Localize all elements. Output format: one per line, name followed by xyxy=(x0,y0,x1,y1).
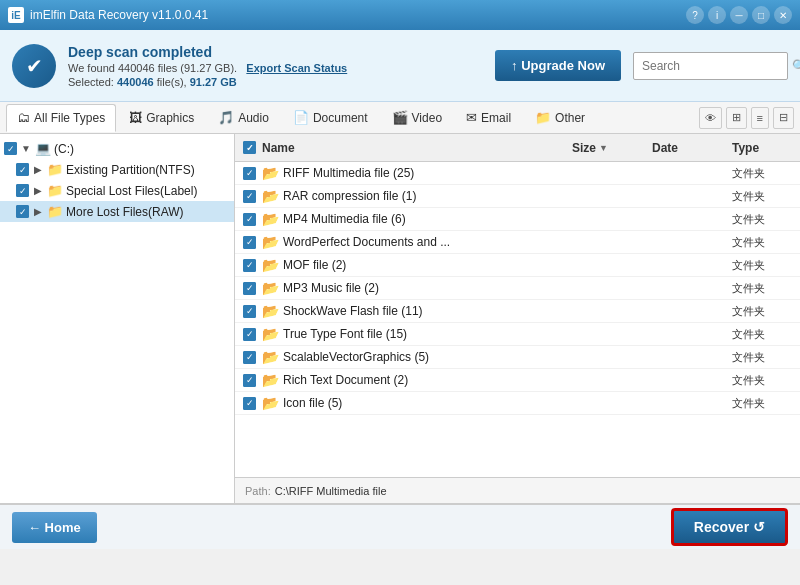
folder-icon-0: 📂 xyxy=(262,165,279,181)
row-type-10: 文件夹 xyxy=(732,396,792,411)
tree-check-more[interactable]: ✓ xyxy=(16,205,29,218)
tab-document-label: Document xyxy=(313,111,368,125)
header-check[interactable]: ✓ xyxy=(243,141,256,154)
titlebar: iE imElfin Data Recovery v11.0.0.41 ? i … xyxy=(0,0,800,30)
recover-button[interactable]: Recover ↺ xyxy=(671,508,788,546)
help-button[interactable]: ? xyxy=(686,6,704,24)
tab-email-label: Email xyxy=(481,111,511,125)
row-type-3: 文件夹 xyxy=(732,235,792,250)
file-row[interactable]: ✓ 📂 MOF file (2) 文件夹 xyxy=(235,254,800,277)
path-bar: Path: C:\RIFF Multimedia file xyxy=(235,477,800,503)
row-type-0: 文件夹 xyxy=(732,166,792,181)
file-row[interactable]: ✓ 📂 ShockWave Flash file (11) 文件夹 xyxy=(235,300,800,323)
row-type-2: 文件夹 xyxy=(732,212,792,227)
tab-video[interactable]: 🎬 Video xyxy=(381,104,453,132)
file-row[interactable]: ✓ 📂 MP3 Music file (2) 文件夹 xyxy=(235,277,800,300)
tree-check-c[interactable]: ✓ xyxy=(4,142,17,155)
tree-item-c-drive[interactable]: ✓ ▼ 💻 (C:) xyxy=(0,138,234,159)
file-row[interactable]: ✓ 📂 True Type Font file (15) 文件夹 xyxy=(235,323,800,346)
drive-icon: 💻 xyxy=(35,141,51,156)
tree-check-special[interactable]: ✓ xyxy=(16,184,29,197)
tab-other[interactable]: 📁 Other xyxy=(524,104,596,132)
row-check-4[interactable]: ✓ xyxy=(243,259,256,272)
tree-expand-special[interactable]: ▶ xyxy=(32,185,44,197)
row-name-8: ScalableVectorGraphics (5) xyxy=(283,350,572,364)
tab-email[interactable]: ✉ Email xyxy=(455,104,522,132)
tree-check-existing[interactable]: ✓ xyxy=(16,163,29,176)
banner-selected: Selected: 440046 file(s), 91.27 GB xyxy=(68,76,483,88)
other-icon: 📁 xyxy=(535,110,551,125)
tab-all-file-types[interactable]: 🗂 All File Types xyxy=(6,104,116,132)
tree-label-special: Special Lost Files(Label) xyxy=(66,184,197,198)
search-icon: 🔍 xyxy=(792,59,800,73)
file-row[interactable]: ✓ 📂 RAR compression file (1) 文件夹 xyxy=(235,185,800,208)
grid-button[interactable]: ⊞ xyxy=(726,107,747,129)
graphics-icon: 🖼 xyxy=(129,110,142,125)
tree-label-c: (C:) xyxy=(54,142,74,156)
row-check-3[interactable]: ✓ xyxy=(243,236,256,249)
tree-expand-c[interactable]: ▼ xyxy=(20,143,32,155)
row-check-5[interactable]: ✓ xyxy=(243,282,256,295)
file-row[interactable]: ✓ 📂 Icon file (5) 文件夹 xyxy=(235,392,800,415)
tree-label-more: More Lost Files(RAW) xyxy=(66,205,184,219)
close-button[interactable]: ✕ xyxy=(774,6,792,24)
folder-icon-5: 📂 xyxy=(262,280,279,296)
row-check-0[interactable]: ✓ xyxy=(243,167,256,180)
tree-item-more-lost[interactable]: ✓ ▶ 📁 More Lost Files(RAW) xyxy=(0,201,234,222)
banner-text: Deep scan completed We found 440046 file… xyxy=(68,44,483,88)
window-controls: ? i ─ □ ✕ xyxy=(686,6,792,24)
row-check-2[interactable]: ✓ xyxy=(243,213,256,226)
document-icon: 📄 xyxy=(293,110,309,125)
file-row[interactable]: ✓ 📂 MP4 Multimedia file (6) 文件夹 xyxy=(235,208,800,231)
row-check-9[interactable]: ✓ xyxy=(243,374,256,387)
row-type-4: 文件夹 xyxy=(732,258,792,273)
tree-expand-existing[interactable]: ▶ xyxy=(32,164,44,176)
tab-graphics[interactable]: 🖼 Graphics xyxy=(118,104,205,132)
row-name-3: WordPerfect Documents and ... xyxy=(283,235,572,249)
file-row[interactable]: ✓ 📂 WordPerfect Documents and ... 文件夹 xyxy=(235,231,800,254)
tree-panel: ✓ ▼ 💻 (C:) ✓ ▶ 📁 Existing Partition(NTFS… xyxy=(0,134,235,503)
file-list: ✓ 📂 RIFF Multimedia file (25) 文件夹 ✓ 📂 RA… xyxy=(235,162,800,477)
tab-graphics-label: Graphics xyxy=(146,111,194,125)
sort-size-arrow[interactable]: ▼ xyxy=(599,143,608,153)
tree-item-existing-partition[interactable]: ✓ ▶ 📁 Existing Partition(NTFS) xyxy=(0,159,234,180)
info-button[interactable]: i xyxy=(708,6,726,24)
row-check-6[interactable]: ✓ xyxy=(243,305,256,318)
special-icon: 📁 xyxy=(47,183,63,198)
row-type-7: 文件夹 xyxy=(732,327,792,342)
path-value: C:\RIFF Multimedia file xyxy=(275,485,387,497)
filter-button[interactable]: ⊟ xyxy=(773,107,794,129)
home-button[interactable]: ← Home xyxy=(12,512,97,543)
upgrade-button[interactable]: ↑ Upgrade Now xyxy=(495,50,621,81)
tabbar: 🗂 All File Types 🖼 Graphics 🎵 Audio 📄 Do… xyxy=(0,102,800,134)
banner: ✔ Deep scan completed We found 440046 fi… xyxy=(0,30,800,102)
row-check-10[interactable]: ✓ xyxy=(243,397,256,410)
export-scan-link[interactable]: Export Scan Status xyxy=(246,62,347,74)
file-row[interactable]: ✓ 📂 ScalableVectorGraphics (5) 文件夹 xyxy=(235,346,800,369)
search-input[interactable] xyxy=(642,59,792,73)
row-check-7[interactable]: ✓ xyxy=(243,328,256,341)
folder-icon-1: 📂 xyxy=(262,188,279,204)
scan-complete-icon: ✔ xyxy=(12,44,56,88)
search-box[interactable]: 🔍 xyxy=(633,52,788,80)
folder-icon-7: 📂 xyxy=(262,326,279,342)
maximize-button[interactable]: □ xyxy=(752,6,770,24)
tree-expand-more[interactable]: ▶ xyxy=(32,206,44,218)
tree-item-special-lost[interactable]: ✓ ▶ 📁 Special Lost Files(Label) xyxy=(0,180,234,201)
file-row[interactable]: ✓ 📂 RIFF Multimedia file (25) 文件夹 xyxy=(235,162,800,185)
row-type-9: 文件夹 xyxy=(732,373,792,388)
minimize-button[interactable]: ─ xyxy=(730,6,748,24)
row-name-0: RIFF Multimedia file (25) xyxy=(283,166,572,180)
row-check-1[interactable]: ✓ xyxy=(243,190,256,203)
row-check-8[interactable]: ✓ xyxy=(243,351,256,364)
file-row[interactable]: ✓ 📂 Rich Text Document (2) 文件夹 xyxy=(235,369,800,392)
eye-button[interactable]: 👁 xyxy=(699,107,722,129)
list-button[interactable]: ≡ xyxy=(751,107,769,129)
video-icon: 🎬 xyxy=(392,110,408,125)
folder-icon-3: 📂 xyxy=(262,234,279,250)
banner-subtitle: We found 440046 files (91.27 GB). Export… xyxy=(68,62,483,74)
tab-document[interactable]: 📄 Document xyxy=(282,104,379,132)
tab-audio[interactable]: 🎵 Audio xyxy=(207,104,280,132)
row-name-1: RAR compression file (1) xyxy=(283,189,572,203)
tree-label-existing: Existing Partition(NTFS) xyxy=(66,163,195,177)
